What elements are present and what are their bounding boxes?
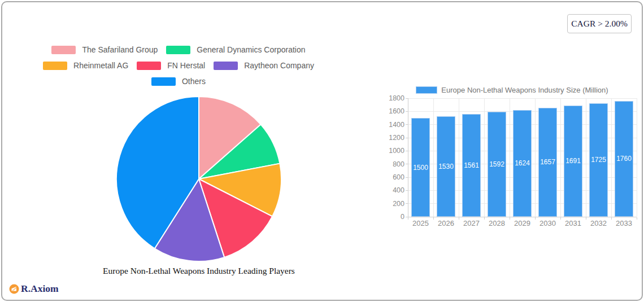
- gridline: [611, 98, 612, 217]
- legend-swatch: [43, 62, 67, 70]
- x-tick-label: 2031: [560, 219, 586, 227]
- y-tick-label: 1200: [385, 134, 404, 141]
- y-tick-label: 1400: [385, 121, 404, 128]
- pie-legend-item[interactable]: FN Herstal: [137, 61, 205, 70]
- x-tick-label: 2027: [459, 219, 484, 227]
- report-card: CAGR > 2.00% The Safariland GroupGeneral…: [1, 1, 643, 301]
- y-tick-label: 800: [385, 161, 404, 168]
- gridline: [586, 98, 586, 217]
- y-tick-label: 600: [385, 174, 404, 181]
- y-tick-label: 0: [385, 213, 404, 220]
- y-tick-label: 1600: [385, 108, 404, 115]
- y-tick-label: 1000: [385, 147, 404, 154]
- legend-label: General Dynamics Corporation: [197, 45, 305, 54]
- x-axis: [408, 217, 637, 217]
- y-axis: [408, 98, 408, 217]
- gridline: [560, 98, 561, 217]
- legend-swatch: [51, 46, 76, 54]
- legend-swatch: [214, 62, 238, 70]
- gridline: [484, 98, 485, 217]
- bar-value-label: 1657: [538, 158, 557, 166]
- gridline: [433, 98, 434, 217]
- bar-plot-area: 0200400600800100012001400160018001500202…: [408, 98, 637, 217]
- legend-swatch: [166, 46, 190, 54]
- gridline: [408, 98, 637, 99]
- bar-value-label: 1725: [589, 156, 608, 164]
- pie-chart: [115, 95, 282, 262]
- x-tick-label: 2025: [408, 219, 433, 227]
- brand-logo: R.Axiom: [9, 283, 59, 295]
- bar-value-label: 1691: [564, 157, 582, 165]
- pie-legend-item[interactable]: Others: [151, 77, 206, 86]
- legend-label: Raytheon Company: [244, 61, 314, 70]
- x-tick-label: 2033: [611, 219, 637, 227]
- cagr-badge: CAGR > 2.00%: [567, 14, 632, 33]
- bar-chart-section: Europe Non-Lethal Weapons Industry Size …: [388, 86, 637, 217]
- x-tick-label: 2029: [510, 219, 535, 227]
- legend-swatch: [137, 62, 161, 70]
- brand-logo-icon: [9, 284, 19, 294]
- pie-legend-item[interactable]: Rheinmetall AG: [43, 61, 128, 70]
- pie-legend-row: The Safariland GroupGeneral Dynamics Cor…: [51, 45, 305, 54]
- gridline: [637, 98, 637, 217]
- x-tick-label: 2030: [535, 219, 560, 227]
- gridline: [459, 98, 459, 217]
- pie-legend: The Safariland GroupGeneral Dynamics Cor…: [9, 45, 348, 86]
- bar-value-label: 1561: [462, 161, 481, 169]
- gridline: [535, 98, 536, 217]
- y-tick-label: 200: [385, 200, 404, 207]
- legend-label: FN Herstal: [167, 61, 205, 70]
- pie-legend-row: Others: [151, 77, 206, 86]
- bar-legend-swatch: [416, 86, 437, 94]
- gridline: [510, 98, 510, 217]
- legend-label: Others: [182, 77, 206, 86]
- legend-label: Rheinmetall AG: [73, 61, 128, 70]
- bar-value-label: 1592: [488, 160, 506, 168]
- brand-name: R.Axiom: [21, 283, 59, 295]
- bar-value-label: 1500: [411, 164, 430, 172]
- legend-label: The Safariland Group: [82, 45, 158, 54]
- bar-value-label: 1530: [437, 163, 455, 170]
- y-tick-label: 1800: [385, 95, 404, 102]
- bar-legend[interactable]: Europe Non-Lethal Weapons Industry Size …: [388, 86, 637, 94]
- x-tick-label: 2028: [484, 219, 510, 227]
- x-tick-label: 2026: [433, 219, 459, 227]
- bar-value-label: 1624: [513, 159, 532, 167]
- bar-legend-label: Europe Non-Lethal Weapons Industry Size …: [441, 86, 608, 94]
- x-tick-label: 2032: [586, 219, 611, 227]
- pie-legend-item[interactable]: The Safariland Group: [51, 45, 158, 54]
- pie-chart-title: Europe Non-Lethal Weapons Industry Leadi…: [29, 266, 368, 276]
- pie-legend-item[interactable]: Raytheon Company: [214, 61, 314, 70]
- y-tick-label: 400: [385, 187, 404, 194]
- legend-swatch: [151, 77, 176, 86]
- bar-value-label: 1760: [615, 155, 633, 163]
- pie-legend-item[interactable]: General Dynamics Corporation: [166, 45, 305, 54]
- pie-legend-row: Rheinmetall AGFN HerstalRaytheon Company: [43, 61, 314, 70]
